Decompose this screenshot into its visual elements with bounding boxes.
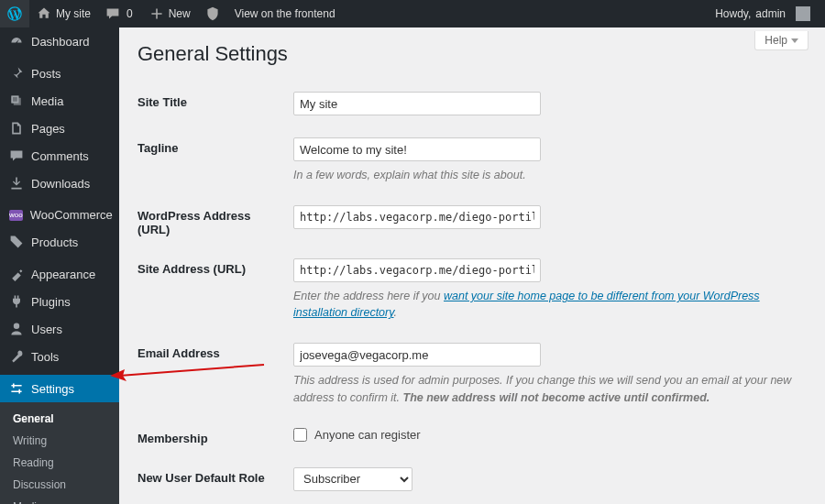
label-wp-url: WordPress Address (URL) (138, 196, 293, 249)
admin-bar: My site 0 New View on the frontend Howdy… (0, 0, 825, 27)
menu-settings[interactable]: Settings (0, 375, 119, 402)
tagline-description: In a few words, explain what this site i… (293, 167, 807, 183)
pin-icon (9, 66, 24, 81)
site-title-input[interactable] (293, 92, 541, 115)
frontend-toggle-item[interactable] (198, 0, 227, 27)
new-content-item[interactable]: New (142, 0, 198, 27)
dashboard-icon (9, 34, 24, 49)
label-site-url: Site Address (URL) (138, 249, 293, 334)
tools-icon (9, 349, 24, 364)
menu-label: Plugins (31, 295, 71, 309)
menu-woocommerce[interactable]: woo WooCommerce (0, 202, 119, 228)
comment-count: 0 (125, 7, 135, 20)
products-icon (9, 235, 24, 249)
admin-sidebar: Dashboard Posts Media Pages Comments Dow… (0, 27, 119, 504)
site-url-description: Enter the address here if you want your … (293, 288, 807, 321)
user-avatar-icon (796, 6, 810, 21)
menu-label: Media (31, 94, 63, 108)
wordpress-logo-icon (7, 6, 22, 21)
admin-menu: Dashboard Posts Media Pages Comments Dow… (0, 27, 119, 402)
menu-label: Pages (31, 122, 65, 136)
menu-tools[interactable]: Tools (0, 343, 119, 370)
chevron-down-icon (791, 38, 798, 43)
email-desc-2: The new address will not become active u… (403, 391, 710, 404)
media-icon (9, 93, 24, 108)
menu-label: WooCommerce (30, 208, 113, 222)
adminbar-left: My site 0 New View on the frontend (0, 0, 343, 27)
submenu-discussion[interactable]: Discussion (0, 474, 119, 496)
anyone-can-register-label[interactable]: Anyone can register (293, 428, 421, 442)
submenu-writing[interactable]: Writing (0, 430, 119, 452)
howdy-prefix: Howdy, (715, 7, 751, 20)
comments-bubble-item[interactable]: 0 (98, 0, 142, 27)
wp-logo-item[interactable] (0, 0, 29, 27)
label-default-role: New User Default Role (138, 458, 293, 504)
settings-form: Site Title Tagline In a few words, expla… (138, 82, 807, 504)
help-tab-button[interactable]: Help (754, 31, 808, 50)
menu-appearance[interactable]: Appearance (0, 260, 119, 288)
users-icon (9, 322, 24, 336)
label-tagline: Tagline (138, 128, 293, 196)
site-url-input[interactable] (293, 258, 541, 282)
menu-label: Tools (31, 350, 59, 364)
adminbar-site-name: My site (56, 7, 91, 20)
label-site-title: Site Title (138, 82, 293, 128)
site-name-item[interactable]: My site (29, 0, 98, 27)
new-label: New (169, 7, 191, 20)
my-account-item[interactable]: Howdy, admin (708, 0, 818, 27)
user-name: admin (755, 7, 786, 20)
submenu-media[interactable]: Media (0, 496, 119, 504)
woo-icon: woo (9, 210, 23, 221)
appearance-icon (9, 267, 24, 281)
label-email: Email Address (138, 334, 293, 418)
plugins-icon (9, 294, 24, 309)
plus-icon (149, 6, 164, 21)
menu-comments[interactable]: Comments (0, 142, 119, 170)
email-input[interactable] (293, 343, 541, 367)
site-url-desc-suffix: . (394, 306, 397, 319)
submenu-reading[interactable]: Reading (0, 452, 119, 474)
page-title: General Settings (138, 42, 807, 66)
anyone-can-register-checkbox[interactable] (293, 428, 307, 442)
settings-submenu: General Writing Reading Discussion Media… (0, 402, 119, 504)
default-role-select[interactable]: Subscriber (293, 467, 412, 491)
menu-label: Dashboard (31, 35, 90, 49)
submenu-general[interactable]: General (0, 408, 119, 430)
email-description: This address is used for admin purposes.… (293, 372, 807, 405)
menu-media[interactable]: Media (0, 87, 119, 115)
menu-plugins[interactable]: Plugins (0, 288, 119, 315)
menu-label: Appearance (31, 268, 95, 281)
settings-sliders-icon (9, 381, 24, 396)
label-membership: Membership (138, 419, 293, 458)
menu-products[interactable]: Products (0, 228, 119, 256)
comments-icon (9, 148, 24, 163)
view-frontend-label: View on the frontend (235, 7, 336, 20)
anyone-can-register-text: Anyone can register (314, 428, 421, 442)
menu-downloads[interactable]: Downloads (0, 170, 119, 197)
adminbar-right: Howdy, admin (708, 0, 825, 27)
menu-users[interactable]: Users (0, 315, 119, 343)
help-label: Help (764, 34, 787, 47)
menu-dashboard[interactable]: Dashboard (0, 27, 119, 55)
tagline-input[interactable] (293, 137, 541, 161)
menu-label: Settings (31, 382, 74, 396)
menu-label: Downloads (31, 177, 90, 191)
downloads-icon (9, 176, 24, 191)
wp-url-input[interactable] (293, 205, 541, 229)
chat-bubble-icon (105, 6, 120, 21)
view-frontend-item[interactable]: View on the frontend (227, 0, 343, 27)
menu-label: Posts (31, 67, 61, 81)
menu-label: Comments (31, 149, 89, 163)
menu-label: Users (31, 323, 62, 336)
shield-icon (205, 6, 220, 21)
pages-icon (9, 121, 24, 136)
home-icon (37, 6, 51, 21)
site-url-desc-prefix: Enter the address here if you (293, 290, 444, 302)
menu-posts[interactable]: Posts (0, 60, 119, 87)
menu-pages[interactable]: Pages (0, 115, 119, 142)
main-content: Help General Settings Site Title Tagline… (119, 27, 825, 504)
menu-label: Products (31, 236, 78, 249)
